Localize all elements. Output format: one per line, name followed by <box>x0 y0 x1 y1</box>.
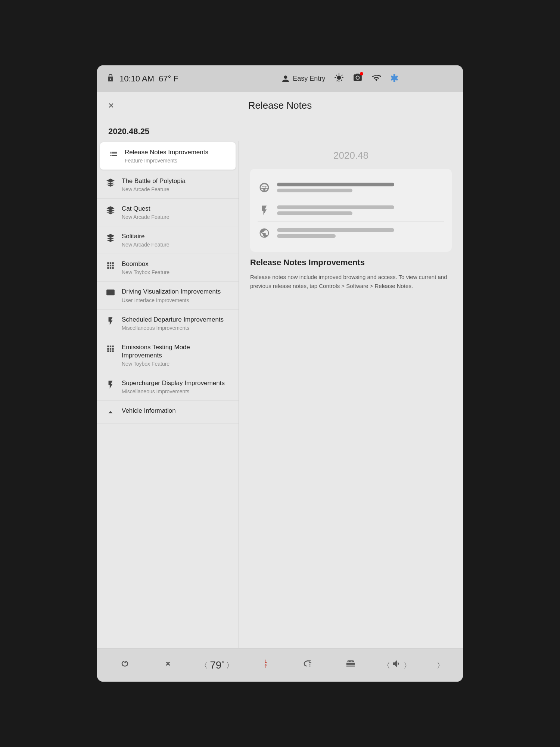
version-label: 2020.48.25 <box>97 119 463 141</box>
temp-control[interactable]: 〈 79° 〉 <box>205 659 229 671</box>
detail-version: 2020.48 <box>250 150 452 161</box>
item-subtitle: New Toybox Feature <box>122 269 169 275</box>
vol-down-arrow[interactable]: 〈 <box>387 661 389 669</box>
close-button[interactable]: × <box>108 100 123 111</box>
heat-seat-left-icon <box>120 658 131 672</box>
temp-value: 79 <box>210 659 221 671</box>
list-icon <box>105 316 116 326</box>
preview-line <box>277 228 394 232</box>
bluetooth-icon[interactable]: ✱ <box>390 73 398 84</box>
list-item[interactable]: Solitaire New Arcade Feature <box>97 226 239 254</box>
fan-control[interactable] <box>162 658 174 672</box>
temp-down-arrow[interactable]: 〈 <box>205 661 207 669</box>
list-item[interactable]: Release Notes Improvements Feature Impro… <box>100 142 236 170</box>
item-title: The Battle of Polytopia <box>122 177 186 185</box>
item-title: Scheduled Departure Improvements <box>122 316 224 324</box>
list-icon <box>108 148 119 159</box>
list-item[interactable]: Driving Visualization Improvements User … <box>97 282 239 309</box>
lock-icon <box>106 73 115 84</box>
preview-line <box>277 183 394 186</box>
easy-entry-btn[interactable]: Easy Entry <box>281 75 325 83</box>
status-center: Easy Entry ✱ <box>226 73 454 85</box>
item-title: Supercharger Display Improvements <box>122 379 225 387</box>
heat-seat-left[interactable] <box>120 658 131 672</box>
list-item-text: Vehicle Information <box>122 407 176 415</box>
list-icon <box>105 343 116 354</box>
list-item-text: Release Notes Improvements Feature Impro… <box>125 148 208 164</box>
preview-lines-3 <box>277 228 444 238</box>
item-subtitle: New Toybox Feature <box>122 361 231 367</box>
preview-line <box>277 234 336 238</box>
list-item-text: The Battle of Polytopia New Arcade Featu… <box>122 177 186 192</box>
status-bar: 10:10 AM 67° F Easy Entry <box>97 65 463 92</box>
fan-icon <box>162 658 174 672</box>
preview-line <box>277 205 394 209</box>
easy-entry-label: Easy Entry <box>293 75 325 83</box>
list-item[interactable]: Scheduled Departure Improvements Miscell… <box>97 310 239 337</box>
rear-heat-icon <box>302 658 314 672</box>
item-subtitle: New Arcade Feature <box>122 242 169 248</box>
list-item-text: Scheduled Departure Improvements Miscell… <box>122 316 224 331</box>
list-item[interactable]: Supercharger Display Improvements Miscel… <box>97 373 239 401</box>
item-subtitle: New Arcade Feature <box>122 186 186 192</box>
volume-icon <box>392 658 402 672</box>
preview-line <box>277 211 352 215</box>
list-item[interactable]: Cat Quest New Arcade Feature <box>97 199 239 226</box>
list-item-text: Driving Visualization Improvements User … <box>122 288 221 303</box>
preview-row-3 <box>258 221 444 244</box>
two-panel: Release Notes Improvements Feature Impro… <box>97 141 463 648</box>
status-left: 10:10 AM 67° F <box>106 73 220 84</box>
status-temp: 67° F <box>159 74 178 84</box>
preview-card <box>250 169 452 252</box>
main-content: × Release Notes 2020.48.25 Release Notes… <box>97 92 463 648</box>
list-item-text: Cat Quest New Arcade Feature <box>122 205 169 220</box>
list-item[interactable]: Vehicle Information <box>97 401 239 424</box>
brightness-icon[interactable] <box>334 73 344 85</box>
page-header: × Release Notes <box>97 92 463 119</box>
bolt-preview-icon <box>258 204 271 217</box>
list-icon <box>105 177 116 187</box>
detail-title: Release Notes Improvements <box>250 258 452 267</box>
detail-body: Release notes now include improved brows… <box>250 273 452 291</box>
camera-icon[interactable] <box>353 73 363 85</box>
preview-line <box>277 189 352 192</box>
list-item-text: Emissions Testing Mode Improvements New … <box>122 343 231 367</box>
item-title: Vehicle Information <box>122 407 176 415</box>
wifi-icon[interactable] <box>371 73 381 85</box>
item-subtitle: Miscellaneous Improvements <box>122 388 225 394</box>
rear-defroster[interactable] <box>345 658 356 672</box>
vol-up-arrow[interactable]: 〉 <box>404 661 407 669</box>
list-item-text: Boombox New Toybox Feature <box>122 260 169 275</box>
item-title: Boombox <box>122 260 169 268</box>
vent-control[interactable] <box>260 658 271 672</box>
temp-degree: ° <box>221 660 224 667</box>
tesla-screen: 10:10 AM 67° F Easy Entry <box>97 65 463 682</box>
more-button[interactable]: 〉 <box>438 661 440 669</box>
rear-defroster-icon <box>345 658 356 672</box>
volume-control[interactable]: 〈 〉 <box>387 658 407 672</box>
page-title: Release Notes <box>123 100 437 111</box>
content-area: 2020.48.25 Release Notes Improvements Fe… <box>97 119 463 648</box>
item-title: Cat Quest <box>122 205 169 213</box>
list-icon <box>105 260 116 270</box>
climate-bar: 〈 79° 〉 <box>97 648 463 682</box>
list-item[interactable]: Emissions Testing Mode Improvements New … <box>97 337 239 373</box>
right-panel: 2020.48 <box>239 141 463 648</box>
item-title: Release Notes Improvements <box>125 148 208 156</box>
item-title: Driving Visualization Improvements <box>122 288 221 296</box>
svg-rect-0 <box>106 290 115 295</box>
item-subtitle: User Interface Improvements <box>122 297 221 303</box>
list-item[interactable]: Boombox New Toybox Feature <box>97 254 239 282</box>
preview-lines-2 <box>277 205 444 215</box>
list-item[interactable]: The Battle of Polytopia New Arcade Featu… <box>97 171 239 199</box>
globe-preview-icon <box>258 226 271 240</box>
temp-display: 79° <box>210 659 224 671</box>
item-subtitle: Miscellaneous Improvements <box>122 325 224 331</box>
left-panel: Release Notes Improvements Feature Impro… <box>97 141 239 648</box>
temp-up-arrow[interactable]: 〉 <box>227 661 229 669</box>
item-title: Solitaire <box>122 232 169 241</box>
list-item-text: Solitaire New Arcade Feature <box>122 232 169 248</box>
list-item-text: Supercharger Display Improvements Miscel… <box>122 379 225 394</box>
list-icon <box>105 288 116 298</box>
rear-heat[interactable] <box>302 658 314 672</box>
